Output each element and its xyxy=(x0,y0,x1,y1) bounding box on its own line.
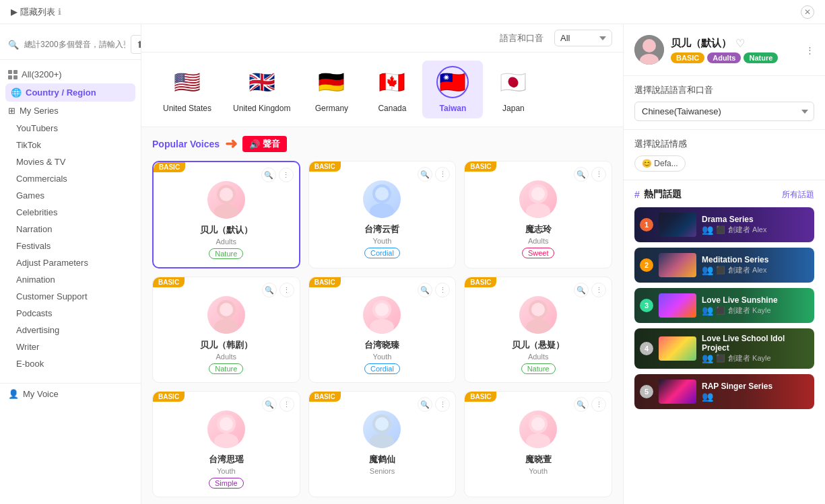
trending-info-2: Love Live Sunshine 👥 ⬛ 創建者 Kayle xyxy=(702,295,809,316)
voice-age-2: Adults xyxy=(473,237,603,245)
country-flags-row: 🇺🇸 United States 🇬🇧 United Kingdom 🇩🇪 Ge… xyxy=(141,52,623,127)
top-bar: ▶ 隱藏列表 ℹ ✕ xyxy=(0,0,825,24)
sidebar-item-adjust-parameters[interactable]: Adjust Parameters xyxy=(0,254,141,271)
voice-more-6[interactable]: ⋮ xyxy=(279,397,294,412)
country-germany[interactable]: 🇩🇪 Germany xyxy=(301,61,362,118)
sidebar-item-animation[interactable]: Animation xyxy=(0,271,141,288)
lang-dropdown-wrap: Chinese(Taiwanese) Chinese(Mandarin) Eng… xyxy=(634,102,814,121)
voice-card-6[interactable]: BASIC 🔍 ⋮ 台湾思瑶 xyxy=(152,391,300,497)
voice-more-3[interactable]: ⋮ xyxy=(279,283,294,297)
voice-preview-8[interactable]: 🔍 xyxy=(574,397,589,412)
close-button[interactable]: ✕ xyxy=(801,5,814,19)
sidebar-item-my-voice[interactable]: 👤 My Voice xyxy=(0,383,141,403)
trending-item-4[interactable]: 5 RAP Singer Series 👥 xyxy=(634,374,814,409)
svg-point-14 xyxy=(375,303,389,316)
voice-tag-6: Simple xyxy=(209,478,244,489)
voice-card-3[interactable]: BASIC 🔍 ⋮ 贝儿（韩剧） xyxy=(152,277,300,383)
voice-card-0[interactable]: BASIC 🔍 ⋮ 贝儿（默认） xyxy=(152,161,300,268)
sidebar-item-youtubers[interactable]: YouTubers xyxy=(0,120,141,137)
country-canada[interactable]: 🇨🇦 Canada xyxy=(362,61,422,118)
voice-more-8[interactable]: ⋮ xyxy=(591,397,606,412)
voice-preview-4[interactable]: 🔍 xyxy=(418,283,432,297)
trending-item-1[interactable]: 2 Meditation Series 👥 ⬛ 創建者 Alex xyxy=(634,248,814,283)
voice-more-4[interactable]: ⋮ xyxy=(435,283,450,297)
more-options-button[interactable]: ⋮ xyxy=(805,45,814,55)
lang-section: 選擇說話語言和口音 Chinese(Taiwanese) Chinese(Man… xyxy=(624,76,825,130)
voice-card-7[interactable]: BASIC 🔍 ⋮ 魔鹤仙 xyxy=(308,391,457,497)
country-united-kingdom[interactable]: 🇬🇧 United Kingdom xyxy=(222,61,301,118)
voice-name-3: 贝儿（韩剧） xyxy=(161,339,292,351)
sidebar-item-tiktok[interactable]: TikTok xyxy=(0,137,141,153)
sidebar-item-my-series[interactable]: ⊞ My Series xyxy=(0,102,141,120)
svg-point-25 xyxy=(526,433,550,448)
voice-tag-3: Nature xyxy=(209,363,243,374)
lang-filter-bar: 語言和口音 All Chinese English xyxy=(141,24,623,52)
voice-more-0[interactable]: ⋮ xyxy=(279,168,294,182)
trending-item-3[interactable]: 4 Love Live School Idol Project 👥 ⬛ 創建者 … xyxy=(634,328,814,369)
country-united-states[interactable]: 🇺🇸 United States xyxy=(152,61,222,118)
sidebar: 🔍 ⬆ 🔗 All(3200+) 🌐 Country / Region xyxy=(0,24,141,504)
voice-more-1[interactable]: ⋮ xyxy=(435,167,450,182)
chevron-left-icon: ▶ xyxy=(11,7,18,17)
voice-more-5[interactable]: ⋮ xyxy=(591,283,606,297)
sidebar-item-podcasts[interactable]: Podcasts xyxy=(0,305,141,322)
voice-preview-7[interactable]: 🔍 xyxy=(418,397,432,412)
sidebar-item-advertising[interactable]: Advertising xyxy=(0,322,141,338)
lang-dropdown[interactable]: Chinese(Taiwanese) Chinese(Mandarin) Eng… xyxy=(634,102,814,121)
lang-filter-select[interactable]: All Chinese English xyxy=(554,30,612,46)
voice-more-2[interactable]: ⋮ xyxy=(591,167,606,182)
sidebar-item-commercials[interactable]: Commercials xyxy=(0,170,141,187)
svg-point-28 xyxy=(642,39,656,52)
voice-badge-6: BASIC xyxy=(153,392,185,402)
sidebar-item-celebrities[interactable]: Celebrities xyxy=(0,204,141,221)
voice-preview-3[interactable]: 🔍 xyxy=(262,283,277,297)
trending-thumb-2 xyxy=(659,293,696,318)
trending-info-4: RAP Singer Series 👥 xyxy=(702,382,809,402)
voice-tag-5: Nature xyxy=(521,363,556,374)
sidebar-item-writer[interactable]: Writer xyxy=(0,338,141,355)
voices-grid: BASIC 🔍 ⋮ 贝儿（默认） xyxy=(152,161,612,497)
voice-card-4[interactable]: BASIC 🔍 ⋮ 台湾晓臻 xyxy=(308,277,457,383)
sidebar-item-all[interactable]: All(3200+) xyxy=(0,65,141,83)
country-japan[interactable]: 🇯🇵 Japan xyxy=(483,61,543,118)
voice-card-2[interactable]: BASIC 🔍 ⋮ 魔志玲 xyxy=(464,161,612,268)
flag-jp: 🇯🇵 xyxy=(497,66,529,98)
sidebar-item-games[interactable]: Games xyxy=(0,187,141,204)
voice-card-actions-1: 🔍 ⋮ xyxy=(418,167,450,182)
svg-point-5 xyxy=(375,187,389,201)
emotion-tag[interactable]: 😊 Defa... xyxy=(634,155,686,172)
voice-preview-5[interactable]: 🔍 xyxy=(574,283,589,297)
trending-header: # 熱門話題 所有話題 xyxy=(634,188,814,201)
sidebar-item-ebook[interactable]: E-book xyxy=(0,355,141,372)
country-taiwan[interactable]: 🇹🇼 Taiwan xyxy=(422,61,483,118)
voice-card-5[interactable]: BASIC 🔍 ⋮ 贝儿（悬疑） xyxy=(464,277,612,383)
trending-all-link[interactable]: 所有話題 xyxy=(782,189,814,201)
sidebar-item-festivals[interactable]: Festivals xyxy=(0,238,141,254)
right-panel: 贝儿（默认） ♡ BASIC Adults Nature ⋮ 選擇說話語言和口音 xyxy=(623,24,825,504)
svg-point-23 xyxy=(375,417,389,431)
lang-section-label: 選擇說話語言和口音 xyxy=(634,84,814,96)
sidebar-item-customer-support[interactable]: Customer Support xyxy=(0,288,141,305)
trending-item-0[interactable]: 1 Drama Series 👥 ⬛ 創建者 Alex xyxy=(634,207,814,242)
grid-icon xyxy=(8,70,18,79)
trending-section: # 熱門話題 所有話題 1 Drama Series 👥 ⬛ 創建者 Alex xyxy=(624,180,825,423)
toggle-list-button[interactable]: ▶ 隱藏列表 ℹ xyxy=(11,6,61,18)
voice-preview-2[interactable]: 🔍 xyxy=(574,167,589,182)
trending-item-2[interactable]: 3 Love Live Sunshine 👥 ⬛ 創建者 Kayle xyxy=(634,288,814,323)
voice-preview-6[interactable]: 🔍 xyxy=(262,397,277,412)
voice-preview-0[interactable]: 🔍 xyxy=(261,168,276,182)
voice-card-1[interactable]: BASIC 🔍 ⋮ 台湾云哲 xyxy=(308,161,457,268)
voice-badge-3: BASIC xyxy=(153,277,185,287)
favorite-button[interactable]: ♡ xyxy=(735,37,745,50)
trending-meta-4: 👥 xyxy=(702,391,809,402)
voice-card-8[interactable]: BASIC 🔍 ⋮ 魔晓萱 xyxy=(464,391,612,497)
voice-more-7[interactable]: ⋮ xyxy=(435,397,450,412)
voice-preview-1[interactable]: 🔍 xyxy=(418,167,432,182)
sidebar-item-country-region[interactable]: 🌐 Country / Region xyxy=(5,83,135,102)
voice-avatar-3 xyxy=(207,296,245,334)
upload-button[interactable]: ⬆ xyxy=(131,35,141,54)
trending-thumb-1 xyxy=(659,253,696,277)
sidebar-item-narration[interactable]: Narration xyxy=(0,221,141,238)
search-input[interactable] xyxy=(24,40,125,49)
sidebar-item-movies-tv[interactable]: Movies & TV xyxy=(0,153,141,170)
